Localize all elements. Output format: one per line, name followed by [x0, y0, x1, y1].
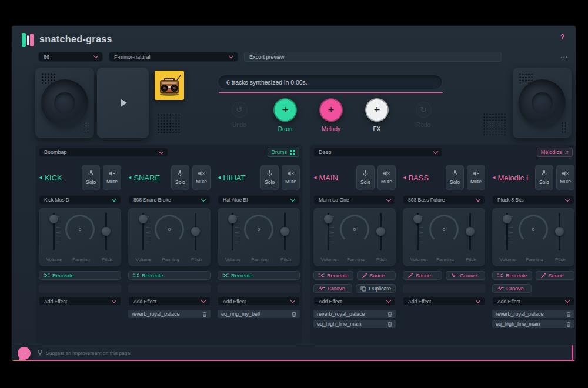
suggest-improvement-link[interactable]: Suggest an improvement on this page!: [37, 349, 132, 357]
panning-knob[interactable]: 0: [244, 215, 273, 244]
panning-knob[interactable]: 0: [340, 215, 369, 244]
sauce-button[interactable]: Sauce: [536, 271, 574, 280]
recreate-button[interactable]: Recreate: [218, 271, 300, 280]
volume-slider[interactable]: [48, 213, 59, 250]
add-effect-select[interactable]: Add Effect: [128, 297, 211, 306]
trash-icon[interactable]: [566, 312, 571, 317]
panning-knob[interactable]: 0: [429, 215, 459, 244]
trash-icon[interactable]: [566, 322, 571, 327]
trash-icon[interactable]: [292, 312, 296, 317]
track-collapse-button[interactable]: ◀ KICK: [39, 173, 62, 182]
drums-badge[interactable]: Drums: [268, 148, 300, 157]
duplicate-button[interactable]: Duplicate: [356, 284, 396, 293]
mute-icon: [109, 170, 116, 176]
add-effect-select[interactable]: Add Effect: [39, 297, 121, 306]
panning-knob[interactable]: 0: [519, 215, 548, 244]
recreate-button[interactable]: Recreate: [492, 271, 532, 280]
track-collapse-button[interactable]: ◀ Melodic I: [492, 173, 528, 182]
instrument-select[interactable]: 808 Snare Broke: [128, 195, 211, 205]
add-melody-group: + Melody: [313, 98, 349, 132]
solo-button[interactable]: Solo: [171, 165, 189, 190]
recreate-button[interactable]: Recreate: [313, 271, 353, 280]
chevron-down-icon: [476, 196, 480, 201]
groove-button[interactable]: Groove: [313, 284, 352, 293]
panning-knob[interactable]: 0: [155, 215, 184, 244]
pitch-slider[interactable]: [375, 213, 386, 250]
recreate-button[interactable]: Recreate: [128, 271, 211, 280]
solo-button[interactable]: Solo: [535, 165, 553, 190]
trash-icon[interactable]: [387, 312, 392, 317]
pitch-slider[interactable]: [554, 213, 565, 250]
groove-button[interactable]: Groove: [492, 284, 532, 293]
melodics-preset-select[interactable]: Deep: [313, 148, 443, 157]
groove-button[interactable]: Groove: [446, 271, 485, 280]
add-effect-select[interactable]: Add Effect: [403, 297, 485, 306]
solo-button[interactable]: Solo: [356, 165, 375, 190]
lightbulb-icon: [37, 349, 43, 357]
pitch-label: Pitch: [368, 257, 396, 262]
track-collapse-button[interactable]: ◀ HIHAT: [218, 173, 245, 182]
instrument-select[interactable]: Marimba One: [313, 195, 396, 205]
drum-label: Drum: [278, 126, 292, 132]
mute-button[interactable]: Mute: [192, 165, 211, 190]
mute-icon: [198, 170, 205, 176]
solo-button[interactable]: Solo: [446, 165, 464, 190]
drums-preset-select[interactable]: Boombap: [39, 148, 168, 157]
instrument-select[interactable]: Pluck 8 Bits: [492, 195, 574, 205]
add-melody-button[interactable]: +: [319, 98, 343, 122]
export-preview-button[interactable]: Export preview: [244, 52, 502, 62]
instrument-select[interactable]: Kick Mos D: [39, 195, 121, 205]
volume-slider[interactable]: [138, 213, 149, 250]
track-collapse-button[interactable]: ◀ BASS: [403, 173, 429, 182]
play-icon: [121, 99, 127, 107]
help-button[interactable]: ?: [560, 33, 564, 41]
trash-icon[interactable]: [387, 322, 392, 327]
dot-grid: [157, 113, 181, 134]
add-effect-select[interactable]: Add Effect: [492, 297, 574, 306]
mute-button[interactable]: Mute: [467, 165, 485, 190]
volume-slider[interactable]: [412, 213, 423, 250]
vertical-scrollbar[interactable]: [572, 345, 573, 360]
play-button[interactable]: [97, 68, 149, 138]
add-fx-button[interactable]: +: [365, 98, 389, 122]
mute-button[interactable]: Mute: [377, 165, 396, 190]
tempo-select[interactable]: 86: [38, 52, 103, 62]
mute-button[interactable]: Mute: [282, 165, 300, 190]
track-collapse-button[interactable]: ◀ SNARE: [128, 173, 160, 182]
recreate-button[interactable]: Recreate: [39, 271, 121, 280]
microphone-icon: [178, 170, 183, 177]
pitch-slider[interactable]: [190, 213, 201, 250]
chat-bubble-button[interactable]: ⋯: [18, 347, 31, 360]
progress-line: [219, 92, 443, 93]
trash-icon[interactable]: [202, 312, 207, 317]
app-stage: snatched-grass ? 86 F-minor-natural Expo…: [0, 0, 588, 388]
magic-wand-icon: [407, 273, 413, 279]
scale-select[interactable]: F-minor-natural: [109, 52, 238, 62]
volume-slider[interactable]: [227, 213, 238, 250]
pitch-slider[interactable]: [465, 213, 476, 250]
mute-button[interactable]: Mute: [103, 165, 121, 190]
redo-button[interactable]: ↻: [416, 102, 432, 118]
solo-button[interactable]: Solo: [82, 165, 100, 190]
sauce-button[interactable]: Sauce: [403, 271, 442, 280]
instrument-select[interactable]: Hat Aloe Bl: [218, 195, 300, 205]
solo-button[interactable]: Solo: [260, 165, 279, 190]
app-header: snatched-grass: [22, 32, 112, 47]
add-effect-select[interactable]: Add Effect: [313, 297, 396, 306]
chevron-down-icon: [201, 298, 206, 303]
sauce-button[interactable]: Sauce: [357, 271, 396, 280]
pitch-slider[interactable]: [101, 213, 112, 250]
add-effect-select[interactable]: Add Effect: [218, 297, 300, 306]
microphone-icon: [542, 170, 547, 177]
add-drum-button[interactable]: +: [273, 98, 297, 122]
mute-button[interactable]: Mute: [556, 165, 574, 190]
instrument-select[interactable]: 808 Bass Future: [403, 195, 485, 205]
pitch-slider[interactable]: [279, 213, 290, 250]
volume-slider[interactable]: [323, 213, 334, 250]
panning-knob[interactable]: 0: [65, 215, 95, 244]
more-options-button[interactable]: ⋯: [560, 54, 567, 60]
volume-slider[interactable]: [502, 213, 513, 250]
undo-button[interactable]: ↺: [232, 102, 248, 118]
track-collapse-button[interactable]: ◀ MAIN: [313, 173, 338, 182]
melodics-badge[interactable]: Melodics ♫: [537, 148, 573, 157]
